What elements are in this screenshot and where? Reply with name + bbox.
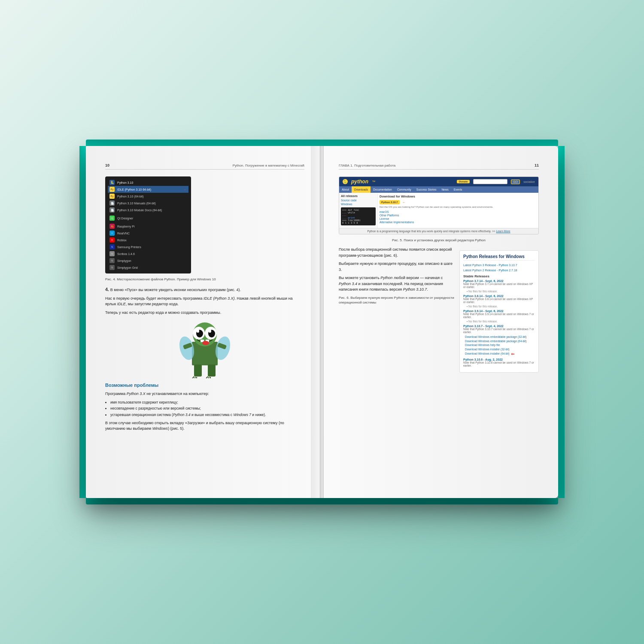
nav-news[interactable]: News <box>439 186 451 193</box>
bullet-3: устаревшая операционная система (Python … <box>110 412 304 418</box>
text2: Выбираете нужную и проводите процедуру, … <box>339 261 454 273</box>
figure-4-box: 🐍 Python 3.10 Py IDLE (Python 3.10 64-bi… <box>105 176 191 273</box>
platform-links: macOS Other Platforms License Alternativ… <box>380 210 537 224</box>
python-content-box: All releases Source code Windows >>> def… <box>339 193 538 228</box>
svg-point-6 <box>197 329 199 333</box>
download-win-title: Download for Windows <box>380 194 537 198</box>
step4-text3: Теперь у нас есть редактор кода и можно … <box>105 310 304 316</box>
simplygongrid-icon: S <box>109 265 115 270</box>
donate-btn: Donate <box>457 180 470 183</box>
dl-win-help[interactable]: Download Windows help file <box>465 343 535 347</box>
text1: После выбора операционной системы появит… <box>339 247 454 258</box>
trademark-icon: ™ <box>372 180 375 184</box>
fig-item-manuals: 📄 Python 3.10 Manuals (64-bit) <box>108 200 188 207</box>
python-right-panel: Download for Windows Python 3.10.7 ← Not… <box>378 193 538 228</box>
problems-text: Программа Python 3.X не устанавливается … <box>105 391 304 397</box>
release-3714: Python 3.7.14 - Sept. 6, 2022 Note that … <box>463 279 535 293</box>
release-3814-note: Note that Python 3.8.14 cannot be used o… <box>463 298 535 304</box>
release-31006-date[interactable]: Python 3.10.6 - Aug. 2, 2022 <box>463 358 535 361</box>
latest-py2[interactable]: Latest Python 2 Release - Python 2.7.18 <box>463 268 535 273</box>
learn-more-link[interactable]: Learn More <box>496 230 510 233</box>
nav-success[interactable]: Success Stories <box>414 186 439 193</box>
dl-win-installer-64-row: Download Windows installer (64-bit) ⇐ <box>465 352 535 356</box>
fig5-caption: Рис. 5. Поиск и установка других версий … <box>339 238 539 243</box>
dl-win-embed-32[interactable]: Download Windows embeddable package (32-… <box>465 335 535 339</box>
step4-text2: Нас в первую очередь будет интересовать … <box>105 296 304 307</box>
nav-events[interactable]: Events <box>451 186 465 193</box>
dl-win-embed-64[interactable]: Download Windows embeddable package (64-… <box>465 339 535 343</box>
python310-icon: 🐍 <box>109 180 115 185</box>
no-files-3814: • No files for this release. <box>467 305 535 308</box>
svg-rect-15 <box>208 365 216 377</box>
svg-point-7 <box>209 329 211 333</box>
book-cover-top <box>86 140 558 146</box>
macos-link[interactable]: macOS <box>380 210 537 213</box>
simplygon-icon: S <box>109 258 115 263</box>
code-line6: 0 1 1 3 5 8 <box>342 222 374 224</box>
left-page-title: Python. Погружение в математику с Minecr… <box>233 164 304 167</box>
step4-text: 4. В меню «Пуск» вы можете увидеть иконк… <box>105 286 304 293</box>
fig-item-roblox: R Roblox <box>108 237 188 243</box>
latest-py3[interactable]: Latest Python 3 Release - Python 3.10.7 <box>463 263 535 267</box>
nav-documentation[interactable]: Documentation <box>371 186 395 193</box>
release-31007-note: Note that Python 3.10.7 cannot be used o… <box>463 328 535 334</box>
go-btn[interactable]: GO <box>511 179 520 184</box>
nav-about[interactable]: About <box>339 186 352 193</box>
download-links: Download Windows embeddable package (32-… <box>465 335 535 356</box>
dl-win-installer-32-row: Download Windows installer (32-bit) <box>465 347 535 352</box>
fig-item-realvnc: V RealVNC <box>108 230 188 237</box>
python-website-box: 🐍 python ™ Donate GO socialize About Dow… <box>339 176 539 234</box>
bullet-1: имя пользователя содержит кириллицу; <box>110 400 304 405</box>
footer-learn: >> <box>492 230 495 233</box>
release-31007-date[interactable]: Python 3.10.7 - Sept. 4, 2022 <box>463 325 535 328</box>
right-page-number: 11 <box>535 163 539 167</box>
fig-item-simplygon: S Simplygon <box>108 257 188 264</box>
dl-win-installer-64[interactable]: Download Windows installer (64-bit) <box>465 352 510 356</box>
book: 10 Python. Погружение в математику с Min… <box>86 146 558 498</box>
alt-impl-link[interactable]: Alternative Implementations <box>380 221 537 224</box>
releases-box: Python Releases for Windows Latest Pytho… <box>459 247 539 373</box>
windows-link[interactable]: Windows <box>341 203 376 206</box>
source-code-link[interactable]: Source code <box>341 199 376 202</box>
fig-item-idle: Py IDLE (Python 3.10 64-bit) ← <box>108 186 188 193</box>
release-31006-note: Note that Python 3.10.6 cannot be used o… <box>463 361 535 367</box>
nav-downloads[interactable]: Downloads <box>352 186 371 193</box>
release-3914-date[interactable]: Python 3.9.14 - Sept. 6, 2022 <box>463 310 535 313</box>
fig-item-moddocs: 📄 Python 3.10 Module Docs (64-bit) <box>108 207 188 213</box>
release-3914-note: Note that Python 3.9.14 cannot be used o… <box>463 313 535 319</box>
stable-title: Stable Releases <box>463 274 535 278</box>
fig4-caption: Рис. 4. Месторасположение файлов Python.… <box>105 277 304 282</box>
raspberry-icon: 🍓 <box>109 224 115 229</box>
fig-item-simplygongrid: S Simplygon Grid <box>108 264 188 271</box>
release-3914: Python 3.9.14 - Sept. 6, 2022 Note that … <box>463 310 535 323</box>
fig-item-python64: Py Python 3.10 (64-bit) <box>108 193 188 200</box>
book-spine <box>320 146 324 498</box>
release-3814-date[interactable]: Python 3.8.14 - Sept. 6, 2022 <box>463 295 535 298</box>
roblox-icon: R <box>109 237 115 243</box>
release-3714-date[interactable]: Python 3.7.14 - Sept. 6, 2022 <box>463 279 535 283</box>
release-31007: Python 3.10.7 - Sept. 4, 2022 Note that … <box>463 325 535 356</box>
python-search-bar[interactable] <box>473 179 507 184</box>
step-number: 4. <box>105 287 109 292</box>
bullet-2: несовпадение с разрядностью или версией … <box>110 406 304 411</box>
license-link[interactable]: License <box>380 217 537 220</box>
problems-list: имя пользователя содержит кириллицу; нес… <box>110 400 304 418</box>
svg-rect-14 <box>194 365 202 377</box>
footer-text: Python is a programming language that le… <box>367 230 492 233</box>
version-button[interactable]: Python 3.10.7 <box>380 200 400 204</box>
minecraft-character <box>179 318 231 378</box>
other-platforms-link[interactable]: Other Platforms <box>380 214 537 217</box>
svg-point-16 <box>202 341 209 345</box>
releases-title: Python Releases for Windows <box>463 254 535 261</box>
release-3814: Python 3.8.14 - Sept. 6, 2022 Note that … <box>463 295 535 308</box>
left-page-header: 10 Python. Погружение в математику с Min… <box>105 163 304 170</box>
arrow-idle: ← <box>184 188 187 191</box>
dl-win-installer-32[interactable]: Download Windows installer (32-bit) <box>465 347 510 352</box>
fig-item-qt: Q Qt Designer <box>108 215 188 222</box>
realvnc-icon: V <box>109 231 115 236</box>
no-files-3714: • No files for this release. <box>467 290 535 293</box>
nav-community[interactable]: Community <box>395 186 414 193</box>
fig-item-scribos: S Scribos 1.4.6 <box>108 250 188 257</box>
release-3714-note: Note that Python 3.7.14 cannot be used o… <box>463 283 535 289</box>
python64-icon: Py <box>109 194 115 199</box>
